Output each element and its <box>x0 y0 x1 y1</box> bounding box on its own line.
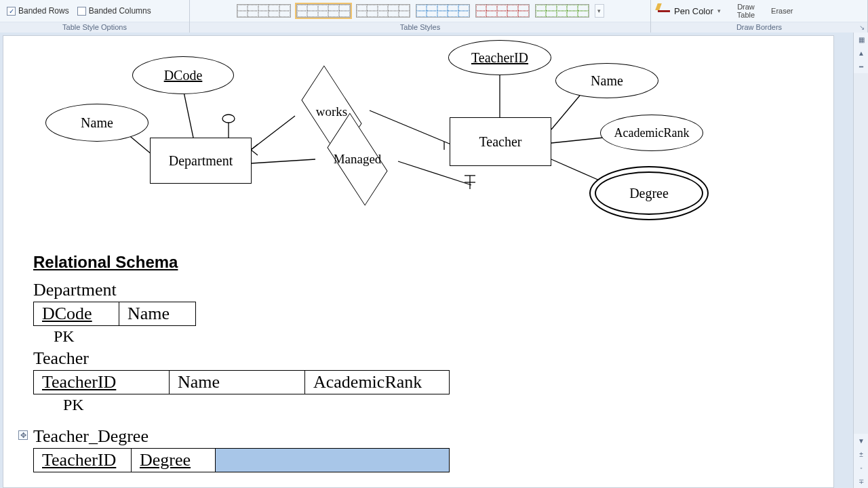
banded-rows-checkbox[interactable]: ✓ Banded Rows <box>7 6 69 16</box>
er-rel-works: works <box>284 85 379 139</box>
svg-line-0 <box>183 89 193 138</box>
pen-color-label: Pen Color <box>674 6 713 16</box>
scroll-down-icon[interactable]: ▼ <box>854 434 868 447</box>
er-attr-name: Name <box>45 104 149 142</box>
col-name: Name <box>170 371 305 394</box>
er-entity-department: Department <box>150 138 252 184</box>
table-style-swatch[interactable] <box>416 4 470 18</box>
group-label-styles: Table Styles <box>190 22 650 33</box>
col-teacherid: TeacherID <box>34 449 132 472</box>
col-name: Name <box>119 302 195 325</box>
table-style-swatch[interactable] <box>237 4 291 18</box>
gallery-expand-button[interactable]: ▾ <box>595 4 604 18</box>
table-name-department: Department <box>33 280 450 300</box>
er-attr-teacherid: TeacherID <box>448 40 551 75</box>
er-connectors <box>3 36 834 260</box>
schema-title: Relational Schema <box>33 253 450 272</box>
svg-line-7 <box>551 96 580 129</box>
er-attr-dcode: DCode <box>132 56 234 94</box>
table-style-swatch-selected[interactable] <box>296 4 351 18</box>
scrollbar-track[interactable] <box>854 73 868 474</box>
er-rel-managed: Managed <box>310 132 405 186</box>
table-style-swatch[interactable] <box>535 4 589 18</box>
er-attr-name2: Name <box>555 63 658 98</box>
eraser-button[interactable]: Eraser <box>771 7 793 15</box>
banded-columns-label: Banded Columns <box>89 6 151 16</box>
pk-label: PK <box>63 396 450 414</box>
svg-point-12 <box>222 115 235 123</box>
svg-line-10 <box>251 144 258 150</box>
group-label-borders: Draw Borders <box>651 22 867 33</box>
er-attr-academicrank: AcademicRank <box>600 115 703 151</box>
prev-page-icon[interactable]: ± <box>854 447 868 461</box>
pen-color-button[interactable]: Pen Color ▾ <box>658 6 721 16</box>
svg-line-11 <box>251 150 258 155</box>
table-department[interactable]: DCode Name <box>33 302 196 326</box>
col-degree: Degree <box>132 449 216 472</box>
table-teacher-degree[interactable]: TeacherID Degree <box>33 448 450 472</box>
draw-table-button[interactable]: Draw Table <box>737 3 755 19</box>
document-area: DCode Name Department works Managed Teac… <box>0 33 853 488</box>
page[interactable]: DCode Name Department works Managed Teac… <box>3 35 834 488</box>
banded-columns-checkbox[interactable]: Banded Columns <box>77 6 151 16</box>
table-name-teacher: Teacher <box>33 348 450 369</box>
split-icon[interactable]: ━ <box>854 60 868 73</box>
browse-object-icon[interactable]: ◦ <box>854 461 868 474</box>
table-style-swatch[interactable] <box>356 4 410 18</box>
check-icon: ✓ <box>7 7 16 16</box>
ribbon: ✓ Banded Rows Banded Columns Table Style… <box>0 0 868 33</box>
table-name-teacher-degree: Teacher_Degree <box>33 426 450 447</box>
relational-schema: Relational Schema Department DCode Name … <box>33 253 450 472</box>
svg-line-3 <box>251 159 315 163</box>
check-icon <box>77 7 86 16</box>
svg-line-8 <box>551 138 604 143</box>
col-empty-selected[interactable] <box>216 449 449 472</box>
scroll-up-icon[interactable]: ▲ <box>854 46 868 60</box>
table-style-swatch[interactable] <box>475 4 530 18</box>
group-label-options: Table Style Options <box>0 22 189 33</box>
col-academicrank: AcademicRank <box>305 371 449 394</box>
vertical-scrollbar[interactable]: ▦ ▲ ━ ▼ ± ◦ ∓ <box>853 33 868 488</box>
banded-rows-label: Banded Rows <box>18 6 69 16</box>
er-entity-teacher: Teacher <box>450 117 551 166</box>
dialog-launcher-icon[interactable]: ↘ <box>859 24 865 31</box>
col-dcode: DCode <box>34 302 119 325</box>
table-move-handle-icon[interactable]: ✥ <box>18 430 28 440</box>
pen-icon <box>658 10 670 12</box>
er-attr-degree-multivalued: Degree <box>589 166 709 220</box>
table-teacher[interactable]: TeacherID Name AcademicRank <box>33 370 450 394</box>
next-page-icon[interactable]: ∓ <box>854 474 868 488</box>
pk-label: PK <box>54 327 450 346</box>
chevron-down-icon: ▾ <box>717 7 721 14</box>
ruler-toggle-icon[interactable]: ▦ <box>854 33 868 46</box>
col-teacherid: TeacherID <box>34 371 170 394</box>
